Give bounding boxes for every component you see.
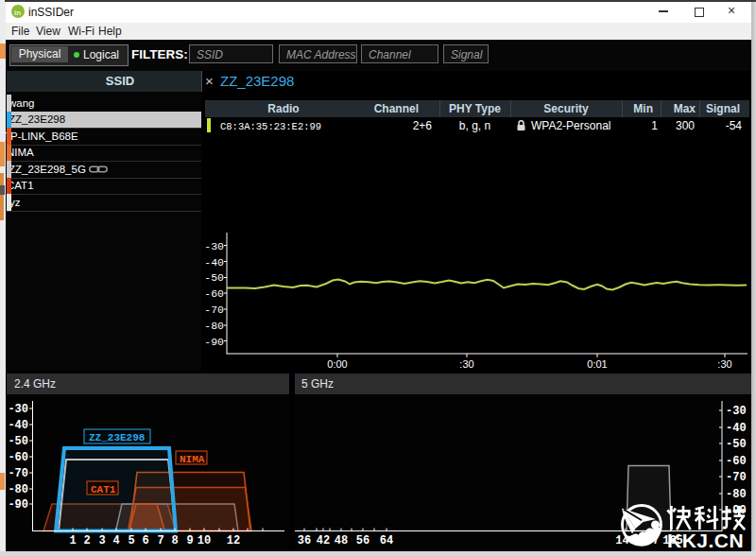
svg-text:-90: -90 <box>204 336 224 348</box>
svg-text:-30: -30 <box>8 403 28 416</box>
svg-text:-50: -50 <box>204 271 224 284</box>
svg-text:2: 2 <box>83 534 90 547</box>
svg-text:0:00: 0:00 <box>327 358 347 370</box>
svg-text:-90: -90 <box>8 498 28 512</box>
svg-text:6: 6 <box>142 534 148 547</box>
svg-text:0:01: 0:01 <box>587 358 607 370</box>
svg-text:-60: -60 <box>8 451 28 464</box>
svg-text:56: 56 <box>356 534 369 547</box>
svg-text:-60: -60 <box>204 287 224 300</box>
svg-text:ZZ_23E298: ZZ_23E298 <box>89 432 146 443</box>
svg-text:10: 10 <box>198 534 211 547</box>
svg-text:CAT1: CAT1 <box>91 484 116 495</box>
svg-text:3: 3 <box>98 534 105 547</box>
svg-text:-60: -60 <box>726 455 747 468</box>
svg-text:4: 4 <box>112 534 119 547</box>
svg-text:12: 12 <box>227 534 240 547</box>
svg-text:48: 48 <box>335 534 348 547</box>
svg-text:-40: -40 <box>726 422 747 435</box>
svg-text:7: 7 <box>157 534 163 547</box>
svg-text:42: 42 <box>317 534 330 547</box>
svg-text:-30: -30 <box>204 240 224 252</box>
svg-text::30: :30 <box>717 358 731 370</box>
svg-text::30: :30 <box>459 358 473 370</box>
svg-text:36: 36 <box>298 534 311 547</box>
svg-text:-30: -30 <box>726 405 747 418</box>
svg-text:5: 5 <box>128 534 134 547</box>
svg-text:-70: -70 <box>726 471 747 484</box>
svg-text:8: 8 <box>171 534 178 547</box>
svg-text:KKJ.CN: KKJ.CN <box>667 530 744 551</box>
svg-text:-80: -80 <box>204 320 224 332</box>
svg-text:64: 64 <box>380 534 393 547</box>
svg-text:-40: -40 <box>8 419 28 432</box>
svg-text:-40: -40 <box>204 256 224 269</box>
svg-text:9: 9 <box>186 534 193 547</box>
svg-text:-70: -70 <box>8 467 28 480</box>
svg-text:1: 1 <box>69 534 76 547</box>
svg-text:-50: -50 <box>726 438 747 451</box>
svg-text:-80: -80 <box>8 483 28 496</box>
svg-text:-70: -70 <box>204 304 224 316</box>
svg-text:NIMA: NIMA <box>180 454 205 465</box>
svg-text:-50: -50 <box>8 435 28 448</box>
